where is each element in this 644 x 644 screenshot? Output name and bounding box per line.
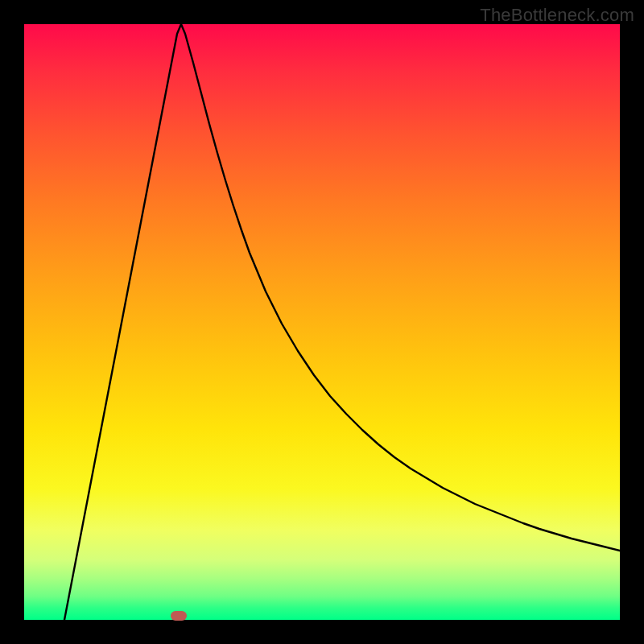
chart-frame: TheBottleneck.com xyxy=(0,0,644,644)
plot-area xyxy=(24,24,620,620)
bottleneck-curve xyxy=(24,24,620,620)
minimum-marker xyxy=(171,611,187,621)
watermark-text: TheBottleneck.com xyxy=(480,5,634,26)
